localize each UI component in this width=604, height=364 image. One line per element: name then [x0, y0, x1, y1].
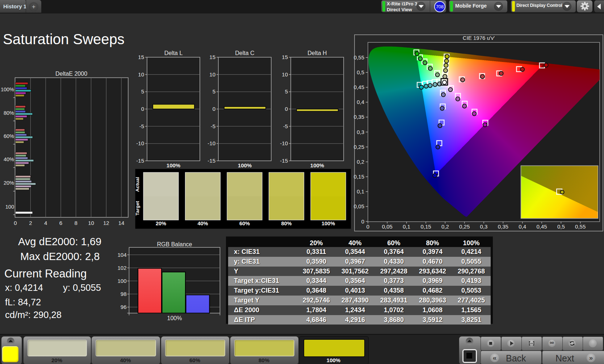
svg-text:100%: 100% [1, 87, 14, 92]
svg-text:0,1: 0,1 [357, 188, 364, 194]
svg-text:102: 102 [117, 265, 126, 271]
svg-text:0,5: 0,5 [557, 223, 565, 230]
svg-text:-15: -15 [136, 158, 144, 164]
svg-text:100: 100 [5, 204, 14, 210]
svg-text:4: 4 [44, 220, 47, 226]
svg-text:0,1: 0,1 [403, 223, 410, 230]
svg-text:0,05: 0,05 [354, 203, 364, 209]
svg-text:0,35: 0,35 [498, 223, 508, 230]
svg-text:-5: -5 [211, 123, 215, 129]
svg-text:15: 15 [138, 54, 144, 60]
svg-text:0,15: 0,15 [354, 173, 364, 180]
svg-text:80%: 80% [4, 110, 14, 116]
svg-text:0,55: 0,55 [354, 54, 364, 60]
svg-text:0,2: 0,2 [357, 159, 364, 165]
svg-text:-10: -10 [280, 140, 288, 146]
svg-text:100%: 100% [322, 221, 335, 226]
svg-text:0,4: 0,4 [357, 99, 364, 105]
svg-text:12: 12 [103, 220, 109, 226]
svg-text:DeltaE 2000: DeltaE 2000 [55, 71, 87, 77]
svg-text:0,25: 0,25 [459, 223, 470, 230]
svg-text:0: 0 [361, 218, 364, 225]
svg-text:100%: 100% [238, 162, 252, 168]
svg-text:CIE 1976 u'v': CIE 1976 u'v' [463, 35, 495, 41]
svg-text:14: 14 [118, 220, 125, 226]
svg-text:-5: -5 [283, 123, 288, 129]
svg-text:0,35: 0,35 [354, 114, 364, 120]
svg-text:0,3: 0,3 [357, 129, 364, 135]
svg-text:20%: 20% [156, 221, 166, 226]
svg-text:5: 5 [213, 88, 215, 95]
svg-text:0: 0 [366, 223, 369, 230]
svg-text:80%: 80% [281, 221, 291, 226]
svg-text:6: 6 [59, 220, 62, 226]
svg-text:0,4: 0,4 [519, 223, 526, 230]
svg-text:0,55: 0,55 [575, 223, 586, 230]
svg-text:100%: 100% [167, 315, 182, 321]
svg-text:0,25: 0,25 [354, 144, 364, 150]
svg-text:0,15: 0,15 [420, 223, 431, 230]
svg-text:0,3: 0,3 [480, 223, 488, 230]
svg-text:100%: 100% [310, 162, 324, 168]
svg-text:40%: 40% [197, 221, 208, 226]
svg-text:2: 2 [29, 220, 32, 226]
svg-text:Target: Target [135, 201, 140, 216]
svg-text:100%: 100% [167, 162, 180, 168]
svg-text:20%: 20% [4, 180, 14, 186]
svg-text:Delta H: Delta H [307, 50, 327, 56]
svg-text:Delta C: Delta C [235, 50, 254, 56]
svg-text:-15: -15 [207, 158, 215, 164]
svg-text:104: 104 [117, 252, 126, 258]
svg-text:0,45: 0,45 [536, 223, 547, 230]
svg-text:Actual: Actual [135, 177, 140, 192]
svg-text:-5: -5 [139, 123, 144, 129]
svg-text:0,5: 0,5 [357, 69, 364, 75]
svg-text:10: 10 [138, 71, 144, 78]
svg-text:40%: 40% [4, 156, 14, 162]
svg-text:Delta L: Delta L [164, 50, 183, 56]
svg-text:0: 0 [14, 220, 17, 226]
svg-text:10: 10 [282, 71, 288, 78]
svg-text:15: 15 [209, 54, 215, 60]
svg-text:0,2: 0,2 [441, 223, 449, 230]
svg-text:0: 0 [141, 106, 144, 112]
svg-text:100: 100 [117, 278, 126, 284]
svg-text:15: 15 [282, 54, 288, 60]
svg-text:0: 0 [213, 106, 215, 112]
svg-text:0: 0 [285, 106, 288, 112]
svg-text:-10: -10 [136, 140, 144, 146]
svg-text:-10: -10 [207, 140, 215, 146]
svg-text:5: 5 [141, 88, 144, 95]
svg-text:10: 10 [88, 220, 94, 226]
svg-text:60%: 60% [239, 221, 250, 226]
svg-text:8: 8 [75, 220, 77, 226]
svg-text:0,45: 0,45 [354, 84, 364, 90]
svg-text:60%: 60% [4, 133, 14, 139]
svg-text:98: 98 [121, 291, 127, 297]
svg-text:5: 5 [285, 88, 288, 95]
svg-text:0,05: 0,05 [382, 223, 393, 230]
svg-text:96: 96 [121, 304, 127, 310]
svg-text:RGB Balance: RGB Balance [157, 241, 192, 247]
svg-text:-15: -15 [280, 158, 288, 164]
svg-text:10: 10 [209, 71, 215, 78]
